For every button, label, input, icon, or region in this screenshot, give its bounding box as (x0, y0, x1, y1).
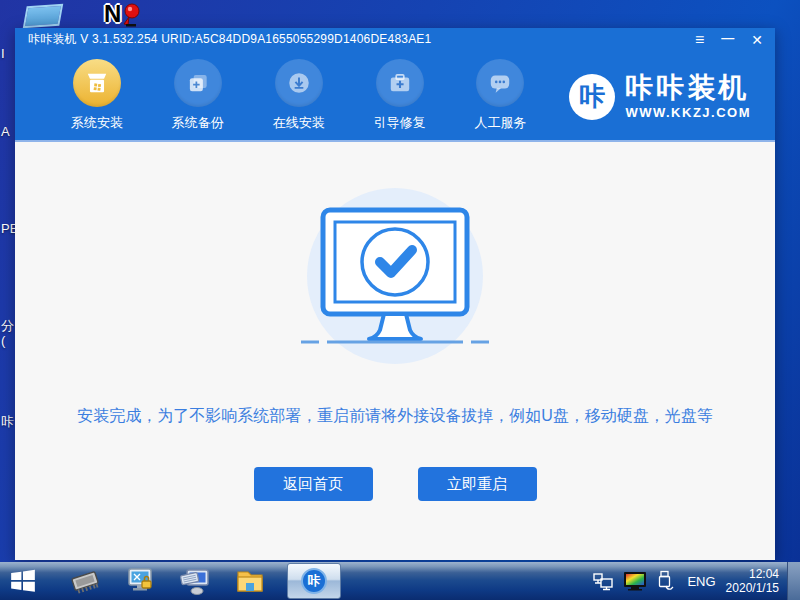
kaka-app-icon: 咔 (301, 568, 327, 594)
kaka-logo-icon: 咔 (569, 74, 615, 120)
nav-item-support[interactable]: 人工服务 (469, 51, 533, 140)
taskbar: 咔 (0, 562, 800, 600)
nav-item-system-install[interactable]: 系统安装 (65, 51, 129, 140)
nav-item-label: 人工服务 (474, 114, 526, 132)
backup-icon (174, 59, 222, 107)
desktop-icon-label-fragment: A (1, 124, 10, 139)
memory-chip-icon[interactable] (69, 565, 101, 597)
red-key-icon (120, 3, 142, 27)
nav-item-label: 在线安装 (273, 114, 325, 132)
window-title: 咔咔装机 V 3.1.532.254 URID:A5C84DD9A1655055… (28, 31, 678, 48)
language-indicator[interactable]: ENG (687, 574, 715, 589)
start-button[interactable] (0, 562, 46, 600)
nav-item-label: 系统安装 (71, 114, 123, 132)
network-status-icon[interactable] (592, 571, 614, 591)
nav-item-label: 引导修复 (374, 114, 426, 132)
nav-item-online-install[interactable]: 在线安装 (267, 51, 331, 140)
title-bar: 咔咔装机 V 3.1.532.254 URID:A5C84DD9A1655055… (15, 28, 775, 51)
restart-now-button[interactable]: 立即重启 (418, 467, 537, 501)
minimize-icon[interactable]: — (721, 31, 734, 44)
desktop-icon-label-fragment: I (1, 46, 5, 61)
taskbar-clock[interactable]: 12:04 2020/1/15 (726, 567, 779, 595)
online-download-icon (275, 59, 323, 107)
display-color-icon[interactable] (623, 571, 647, 591)
nav-item-system-backup[interactable]: 系统备份 (166, 51, 230, 140)
boot-repair-icon (376, 59, 424, 107)
taskbar-kaka-app-button[interactable]: 咔 (287, 563, 341, 599)
usb-safely-remove-icon[interactable] (656, 570, 674, 592)
brand-logo: 咔 咔咔装机 WWW.KKZJ.COM (569, 51, 751, 140)
desktop-icon-label-fragment: 分 ( (1, 318, 14, 348)
close-icon[interactable]: ✕ (751, 33, 763, 47)
folder-icon[interactable] (234, 565, 266, 597)
install-box-icon (73, 59, 121, 107)
computer-lock-icon[interactable] (124, 565, 156, 597)
show-desktop-button[interactable] (787, 562, 800, 600)
desktop-screen-icon[interactable] (23, 4, 63, 28)
desktop-shortcut-n-icon[interactable]: N (104, 1, 144, 28)
installer-window: 咔咔装机 V 3.1.532.254 URID:A5C84DD9A1655055… (15, 28, 775, 560)
return-home-button[interactable]: 返回首页 (254, 467, 373, 501)
nav-item-boot-repair[interactable]: 引导修复 (368, 51, 432, 140)
windows-logo-icon (9, 567, 37, 595)
nav-bar: 系统安装 系统备份 在线安装 (15, 51, 775, 140)
clock-time: 12:04 (726, 567, 779, 581)
menu-icon[interactable]: ≡ (695, 32, 704, 48)
completion-message: 安装完成，为了不影响系统部署，重启前请将外接设备拔掉，例如U盘，移动硬盘，光盘等 (77, 406, 713, 427)
nav-item-label: 系统备份 (172, 114, 224, 132)
monitor-checkmark-illustration (307, 188, 483, 364)
support-chat-icon (476, 59, 524, 107)
desktop-icon-label-fragment: 咔 (1, 414, 14, 429)
computer-keyboard-icon[interactable] (179, 565, 211, 597)
system-tray: ENG 12:04 2020/1/15 (592, 562, 800, 600)
brand-name: 咔咔装机 (625, 74, 751, 102)
brand-website: WWW.KKZJ.COM (625, 105, 751, 120)
main-content: 安装完成，为了不影响系统部署，重启前请将外接设备拔掉，例如U盘，移动硬盘，光盘等… (15, 140, 775, 560)
clock-date: 2020/1/15 (726, 581, 779, 595)
action-buttons: 返回首页 立即重启 (254, 467, 537, 501)
